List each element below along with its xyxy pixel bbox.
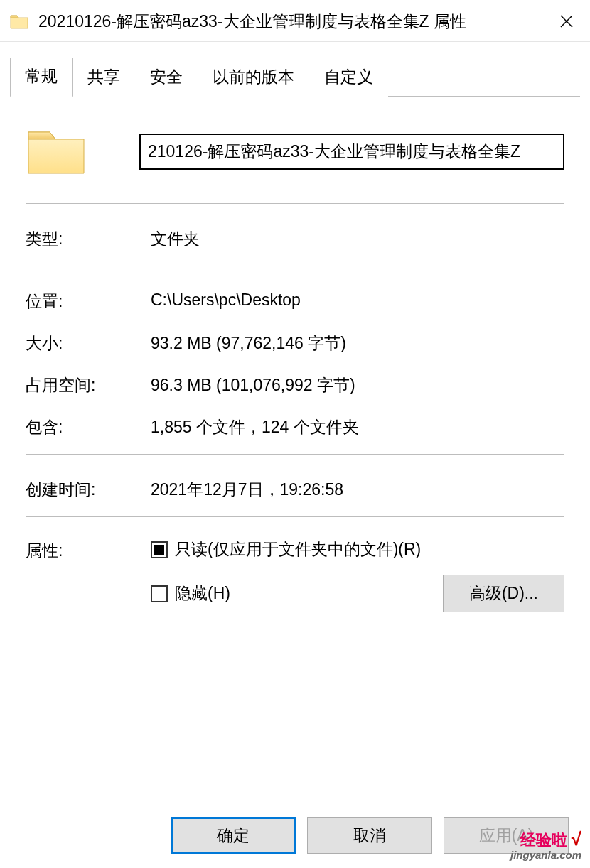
size-label: 大小:	[26, 332, 151, 354]
type-value: 文件夹	[151, 228, 564, 250]
location-value: C:\Users\pc\Desktop	[151, 291, 564, 310]
folder-large-icon	[26, 121, 104, 182]
folder-icon	[10, 13, 28, 29]
tab-strip: 常规 共享 安全 以前的版本 自定义	[0, 42, 590, 97]
window-title: 20210126-解压密码az33-大企业管理制度与表格全集Z 属性	[38, 11, 550, 33]
type-label: 类型:	[26, 228, 151, 250]
size-on-disk-value: 96.3 MB (101,076,992 字节)	[151, 374, 564, 396]
tab-content-general: 类型: 文件夹 位置: C:\Users\pc\Desktop 大小: 93.2…	[0, 97, 590, 801]
dialog-footer: 确定 取消 应用(A)	[0, 801, 590, 868]
advanced-button[interactable]: 高级(D)...	[443, 575, 564, 612]
cancel-button[interactable]: 取消	[307, 817, 432, 854]
tab-customize[interactable]: 自定义	[309, 58, 388, 97]
divider	[26, 266, 564, 266]
tab-sharing[interactable]: 共享	[73, 58, 135, 97]
created-label: 创建时间:	[26, 479, 151, 501]
hidden-checkbox[interactable]	[151, 585, 168, 602]
watermark-url: jingyanla.com	[510, 850, 581, 862]
close-icon	[559, 14, 574, 28]
divider	[26, 516, 564, 517]
readonly-checkbox[interactable]	[151, 541, 168, 558]
folder-name-input[interactable]	[139, 134, 564, 170]
attributes-label: 属性:	[26, 538, 151, 562]
watermark-text: 经验啦	[520, 831, 567, 849]
contains-value: 1,855 个文件，124 个文件夹	[151, 416, 564, 438]
tab-security[interactable]: 安全	[135, 58, 198, 97]
size-on-disk-label: 占用空间:	[26, 374, 151, 396]
tab-previous-versions[interactable]: 以前的版本	[198, 58, 309, 97]
hidden-label[interactable]: 隐藏(H)	[175, 582, 230, 604]
readonly-label[interactable]: 只读(仅应用于文件夹中的文件)(R)	[175, 538, 421, 560]
divider	[26, 454, 564, 455]
contains-label: 包含:	[26, 416, 151, 438]
size-value: 93.2 MB (97,762,146 字节)	[151, 332, 564, 354]
title-bar: 20210126-解压密码az33-大企业管理制度与表格全集Z 属性	[0, 0, 590, 42]
watermark-check-icon: √	[572, 828, 581, 850]
close-button[interactable]	[550, 9, 583, 34]
divider	[26, 203, 564, 204]
tab-general[interactable]: 常规	[10, 58, 73, 97]
location-label: 位置:	[26, 291, 151, 313]
created-value: 2021年12月7日，19:26:58	[151, 479, 564, 501]
ok-button[interactable]: 确定	[171, 817, 296, 854]
watermark: 经验啦 √ jingyanla.com	[510, 829, 581, 861]
